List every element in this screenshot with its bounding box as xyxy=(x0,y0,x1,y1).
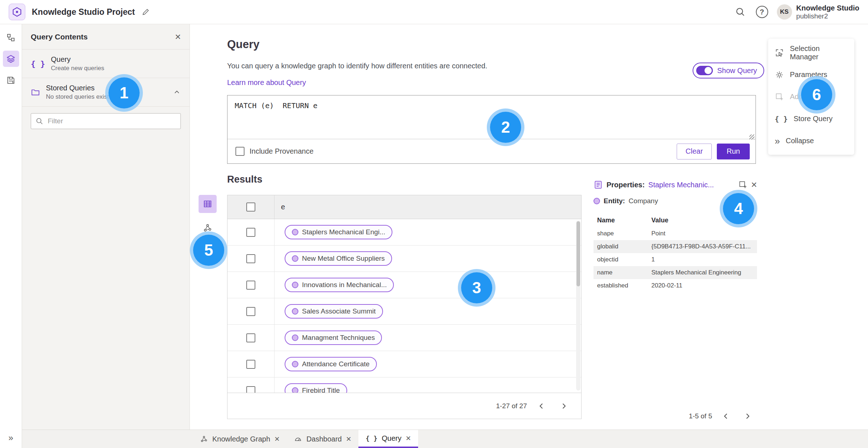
close-tab-icon[interactable]: × xyxy=(406,434,411,443)
include-provenance-label: Include Provenance xyxy=(250,147,314,155)
tab-dashboard[interactable]: Dashboard × xyxy=(287,430,358,448)
close-panel-icon[interactable]: × xyxy=(175,32,181,42)
link-chart-view-icon[interactable] xyxy=(199,219,217,237)
user-name: Knowledge Studio xyxy=(796,4,859,12)
row-checkbox[interactable] xyxy=(246,360,255,369)
toggle-switch xyxy=(696,66,713,75)
properties-page-label: 1-5 of 5 xyxy=(689,412,712,420)
query-item-label: Query xyxy=(51,55,181,64)
query-tab-braces-icon: { } xyxy=(366,435,378,442)
table-row: Innovations in Mechanical... xyxy=(227,272,581,298)
user-subtitle: publisher2 xyxy=(796,12,859,20)
include-provenance-checkbox[interactable] xyxy=(235,147,244,156)
avatar[interactable]: KS xyxy=(777,4,792,20)
braces-icon: { } xyxy=(31,59,45,68)
results-title: Results xyxy=(227,174,263,185)
app-logo-icon[interactable] xyxy=(9,4,25,20)
run-button[interactable]: Run xyxy=(717,144,750,159)
query-controls: Include Provenance Clear Run xyxy=(227,139,756,163)
close-properties-icon[interactable]: × xyxy=(751,180,757,190)
filter-wrap xyxy=(31,113,181,129)
row-checkbox[interactable] xyxy=(246,254,255,263)
results-table: e Staplers Mechanical Engi... New Metal … xyxy=(227,195,582,419)
layers-icon[interactable] xyxy=(3,51,19,67)
selection-manager-icon xyxy=(775,48,784,57)
properties-entity-link[interactable]: Staplers Mechanic... xyxy=(648,181,714,189)
entity-pill[interactable]: Managment Techniques xyxy=(285,330,382,345)
header-checkbox-cell xyxy=(227,195,275,219)
panel-header: Query Contents × xyxy=(22,24,190,50)
row-checkbox[interactable] xyxy=(246,333,255,342)
entity-dot xyxy=(292,387,298,393)
entity-value: Company xyxy=(629,197,658,205)
learn-more-link[interactable]: Learn more about Query xyxy=(227,78,306,87)
entity-pill[interactable]: Firebird Title xyxy=(285,383,347,393)
main-content: Query You can query a knowledge graph to… xyxy=(190,24,868,430)
search-button[interactable] xyxy=(732,4,749,20)
panel-item-stored-queries[interactable]: Stored Queries No stored queries exist xyxy=(22,78,190,107)
row-checkbox[interactable] xyxy=(246,307,255,316)
help-icon: ? xyxy=(756,6,768,18)
results-view-toggle xyxy=(199,195,217,237)
property-row: objectid1 xyxy=(593,253,757,266)
annotation-badge-4: 4 xyxy=(723,193,754,224)
contents-hierarchy-icon[interactable] xyxy=(3,29,19,46)
entity-pill[interactable]: Innovations in Mechanical... xyxy=(285,278,394,292)
show-query-toggle[interactable]: Show Query xyxy=(693,63,764,78)
chevron-up-icon[interactable] xyxy=(173,88,181,96)
entity-pill[interactable]: Staplers Mechanical Engi... xyxy=(285,225,392,239)
entity-pill[interactable]: Sales Associate Summit xyxy=(285,304,383,319)
add-to-map-icon xyxy=(775,92,784,102)
expand-rail-icon[interactable]: » xyxy=(8,433,13,443)
tab-knowledge-graph[interactable]: Knowledge Graph × xyxy=(193,430,287,448)
edit-title-icon[interactable] xyxy=(141,8,150,16)
filter-search-icon xyxy=(35,117,44,125)
scrollbar-thumb[interactable] xyxy=(576,221,580,286)
resize-handle[interactable] xyxy=(749,135,754,140)
close-tab-icon[interactable]: × xyxy=(275,435,280,443)
entity-dot xyxy=(292,229,298,235)
entity-dot xyxy=(292,282,298,288)
entity-pill[interactable]: New Metal Office Suppliers xyxy=(285,251,392,266)
filter-input[interactable] xyxy=(31,113,181,129)
entity-pill[interactable]: Attendance Certificate xyxy=(285,357,377,371)
row-checkbox[interactable] xyxy=(246,281,255,290)
show-query-label: Show Query xyxy=(717,67,757,75)
panel-title: Query Contents xyxy=(31,33,175,41)
close-tab-icon[interactable]: × xyxy=(346,435,351,443)
collapse-item[interactable]: » Collapse xyxy=(768,130,854,152)
properties-title: Properties: xyxy=(607,181,645,189)
table-row: Staplers Mechanical Engi... xyxy=(227,219,581,246)
clear-button[interactable]: Clear xyxy=(677,144,712,159)
table-row: Firebird Title xyxy=(227,377,581,393)
selection-manager-item[interactable]: Selection Manager xyxy=(768,42,854,64)
panel-item-query[interactable]: { } Query Create new queries xyxy=(22,50,190,78)
property-row: shapePoint xyxy=(593,227,757,240)
topbar: Knowledge Studio Project ? KS Knowledge … xyxy=(0,0,868,24)
entity-dot xyxy=(292,255,298,262)
store-query-item[interactable]: { } Store Query xyxy=(768,108,854,130)
results-next-page-icon[interactable] xyxy=(556,398,572,414)
entity-dot xyxy=(292,334,298,341)
help-button[interactable]: ? xyxy=(754,4,770,20)
results-prev-page-icon[interactable] xyxy=(533,398,549,414)
row-checkbox[interactable] xyxy=(246,228,255,237)
property-row: globalid{5D9B4713-F98D-4A53-A59F-C11... xyxy=(593,240,757,253)
tab-query[interactable]: { } Query × xyxy=(358,430,418,448)
left-icon-rail: » xyxy=(0,24,22,448)
save-icon[interactable] xyxy=(3,72,19,88)
properties-prev-page-icon[interactable] xyxy=(718,408,734,424)
select-all-checkbox[interactable] xyxy=(246,202,255,212)
properties-table: Name Value shapePoint globalid{5D9B4713-… xyxy=(593,214,757,292)
add-to-selection-icon[interactable] xyxy=(738,180,748,189)
knowledge-graph-icon xyxy=(200,435,208,443)
project-title: Knowledge Studio Project xyxy=(32,7,135,17)
table-view-icon[interactable] xyxy=(199,195,217,213)
properties-next-page-icon[interactable] xyxy=(740,408,756,424)
dashboard-icon xyxy=(294,435,302,443)
column-header-e: e xyxy=(275,203,285,211)
results-rows: Staplers Mechanical Engi... New Metal Of… xyxy=(227,219,581,393)
property-row: established2020-02-11 xyxy=(593,279,757,292)
table-row: Sales Associate Summit xyxy=(227,298,581,325)
row-checkbox[interactable] xyxy=(246,386,255,393)
